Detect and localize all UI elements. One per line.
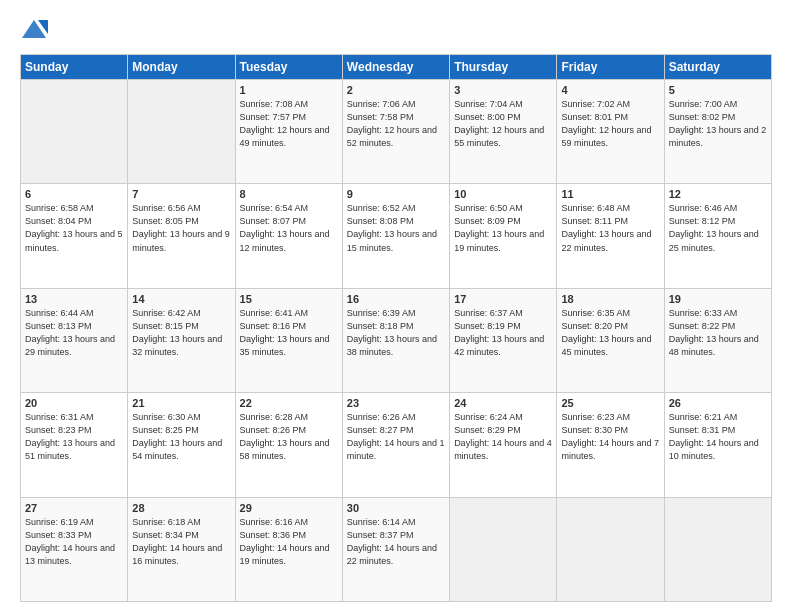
day-number: 13 bbox=[25, 293, 123, 305]
day-number: 7 bbox=[132, 188, 230, 200]
day-number: 4 bbox=[561, 84, 659, 96]
day-info: Sunrise: 6:58 AM Sunset: 8:04 PM Dayligh… bbox=[25, 202, 123, 254]
calendar-day-cell: 2Sunrise: 7:06 AM Sunset: 7:58 PM Daylig… bbox=[342, 80, 449, 184]
day-number: 10 bbox=[454, 188, 552, 200]
day-info: Sunrise: 6:30 AM Sunset: 8:25 PM Dayligh… bbox=[132, 411, 230, 463]
calendar-day-cell: 11Sunrise: 6:48 AM Sunset: 8:11 PM Dayli… bbox=[557, 184, 664, 288]
day-header-friday: Friday bbox=[557, 55, 664, 80]
day-header-monday: Monday bbox=[128, 55, 235, 80]
calendar-day-cell: 23Sunrise: 6:26 AM Sunset: 8:27 PM Dayli… bbox=[342, 393, 449, 497]
day-number: 28 bbox=[132, 502, 230, 514]
calendar-week-row: 6Sunrise: 6:58 AM Sunset: 8:04 PM Daylig… bbox=[21, 184, 772, 288]
day-info: Sunrise: 7:02 AM Sunset: 8:01 PM Dayligh… bbox=[561, 98, 659, 150]
day-info: Sunrise: 6:44 AM Sunset: 8:13 PM Dayligh… bbox=[25, 307, 123, 359]
day-number: 20 bbox=[25, 397, 123, 409]
day-number: 6 bbox=[25, 188, 123, 200]
day-number: 27 bbox=[25, 502, 123, 514]
day-info: Sunrise: 6:31 AM Sunset: 8:23 PM Dayligh… bbox=[25, 411, 123, 463]
logo bbox=[20, 16, 50, 44]
day-header-saturday: Saturday bbox=[664, 55, 771, 80]
calendar-day-cell: 25Sunrise: 6:23 AM Sunset: 8:30 PM Dayli… bbox=[557, 393, 664, 497]
day-info: Sunrise: 6:52 AM Sunset: 8:08 PM Dayligh… bbox=[347, 202, 445, 254]
calendar-week-row: 27Sunrise: 6:19 AM Sunset: 8:33 PM Dayli… bbox=[21, 497, 772, 601]
day-info: Sunrise: 6:26 AM Sunset: 8:27 PM Dayligh… bbox=[347, 411, 445, 463]
day-info: Sunrise: 6:21 AM Sunset: 8:31 PM Dayligh… bbox=[669, 411, 767, 463]
day-number: 21 bbox=[132, 397, 230, 409]
day-number: 9 bbox=[347, 188, 445, 200]
day-number: 29 bbox=[240, 502, 338, 514]
day-number: 19 bbox=[669, 293, 767, 305]
day-info: Sunrise: 6:39 AM Sunset: 8:18 PM Dayligh… bbox=[347, 307, 445, 359]
day-info: Sunrise: 6:33 AM Sunset: 8:22 PM Dayligh… bbox=[669, 307, 767, 359]
calendar-day-cell bbox=[450, 497, 557, 601]
day-info: Sunrise: 6:46 AM Sunset: 8:12 PM Dayligh… bbox=[669, 202, 767, 254]
day-info: Sunrise: 6:16 AM Sunset: 8:36 PM Dayligh… bbox=[240, 516, 338, 568]
day-number: 16 bbox=[347, 293, 445, 305]
calendar-day-cell: 14Sunrise: 6:42 AM Sunset: 8:15 PM Dayli… bbox=[128, 288, 235, 392]
day-number: 11 bbox=[561, 188, 659, 200]
calendar-header-row: SundayMondayTuesdayWednesdayThursdayFrid… bbox=[21, 55, 772, 80]
calendar-day-cell: 27Sunrise: 6:19 AM Sunset: 8:33 PM Dayli… bbox=[21, 497, 128, 601]
day-number: 23 bbox=[347, 397, 445, 409]
calendar-day-cell: 9Sunrise: 6:52 AM Sunset: 8:08 PM Daylig… bbox=[342, 184, 449, 288]
calendar-table: SundayMondayTuesdayWednesdayThursdayFrid… bbox=[20, 54, 772, 602]
calendar-day-cell: 1Sunrise: 7:08 AM Sunset: 7:57 PM Daylig… bbox=[235, 80, 342, 184]
day-number: 22 bbox=[240, 397, 338, 409]
day-info: Sunrise: 7:00 AM Sunset: 8:02 PM Dayligh… bbox=[669, 98, 767, 150]
day-number: 12 bbox=[669, 188, 767, 200]
day-info: Sunrise: 6:14 AM Sunset: 8:37 PM Dayligh… bbox=[347, 516, 445, 568]
calendar-day-cell: 5Sunrise: 7:00 AM Sunset: 8:02 PM Daylig… bbox=[664, 80, 771, 184]
day-info: Sunrise: 6:24 AM Sunset: 8:29 PM Dayligh… bbox=[454, 411, 552, 463]
day-info: Sunrise: 6:50 AM Sunset: 8:09 PM Dayligh… bbox=[454, 202, 552, 254]
calendar-day-cell: 18Sunrise: 6:35 AM Sunset: 8:20 PM Dayli… bbox=[557, 288, 664, 392]
day-number: 15 bbox=[240, 293, 338, 305]
calendar-week-row: 20Sunrise: 6:31 AM Sunset: 8:23 PM Dayli… bbox=[21, 393, 772, 497]
calendar-day-cell: 7Sunrise: 6:56 AM Sunset: 8:05 PM Daylig… bbox=[128, 184, 235, 288]
day-info: Sunrise: 6:41 AM Sunset: 8:16 PM Dayligh… bbox=[240, 307, 338, 359]
day-info: Sunrise: 6:18 AM Sunset: 8:34 PM Dayligh… bbox=[132, 516, 230, 568]
day-number: 26 bbox=[669, 397, 767, 409]
calendar-day-cell: 17Sunrise: 6:37 AM Sunset: 8:19 PM Dayli… bbox=[450, 288, 557, 392]
day-header-tuesday: Tuesday bbox=[235, 55, 342, 80]
calendar-day-cell: 13Sunrise: 6:44 AM Sunset: 8:13 PM Dayli… bbox=[21, 288, 128, 392]
day-info: Sunrise: 6:23 AM Sunset: 8:30 PM Dayligh… bbox=[561, 411, 659, 463]
calendar-day-cell: 24Sunrise: 6:24 AM Sunset: 8:29 PM Dayli… bbox=[450, 393, 557, 497]
calendar-day-cell: 20Sunrise: 6:31 AM Sunset: 8:23 PM Dayli… bbox=[21, 393, 128, 497]
day-info: Sunrise: 6:48 AM Sunset: 8:11 PM Dayligh… bbox=[561, 202, 659, 254]
day-info: Sunrise: 6:19 AM Sunset: 8:33 PM Dayligh… bbox=[25, 516, 123, 568]
calendar-day-cell: 16Sunrise: 6:39 AM Sunset: 8:18 PM Dayli… bbox=[342, 288, 449, 392]
day-info: Sunrise: 7:08 AM Sunset: 7:57 PM Dayligh… bbox=[240, 98, 338, 150]
calendar-day-cell: 22Sunrise: 6:28 AM Sunset: 8:26 PM Dayli… bbox=[235, 393, 342, 497]
day-info: Sunrise: 6:54 AM Sunset: 8:07 PM Dayligh… bbox=[240, 202, 338, 254]
day-info: Sunrise: 6:35 AM Sunset: 8:20 PM Dayligh… bbox=[561, 307, 659, 359]
calendar-day-cell bbox=[664, 497, 771, 601]
day-number: 17 bbox=[454, 293, 552, 305]
calendar-day-cell: 3Sunrise: 7:04 AM Sunset: 8:00 PM Daylig… bbox=[450, 80, 557, 184]
calendar-day-cell: 4Sunrise: 7:02 AM Sunset: 8:01 PM Daylig… bbox=[557, 80, 664, 184]
calendar-day-cell: 28Sunrise: 6:18 AM Sunset: 8:34 PM Dayli… bbox=[128, 497, 235, 601]
day-info: Sunrise: 6:37 AM Sunset: 8:19 PM Dayligh… bbox=[454, 307, 552, 359]
day-number: 18 bbox=[561, 293, 659, 305]
calendar-day-cell: 6Sunrise: 6:58 AM Sunset: 8:04 PM Daylig… bbox=[21, 184, 128, 288]
day-number: 2 bbox=[347, 84, 445, 96]
calendar-week-row: 13Sunrise: 6:44 AM Sunset: 8:13 PM Dayli… bbox=[21, 288, 772, 392]
day-header-thursday: Thursday bbox=[450, 55, 557, 80]
calendar-day-cell: 26Sunrise: 6:21 AM Sunset: 8:31 PM Dayli… bbox=[664, 393, 771, 497]
calendar-day-cell: 29Sunrise: 6:16 AM Sunset: 8:36 PM Dayli… bbox=[235, 497, 342, 601]
page-header bbox=[20, 16, 772, 44]
day-number: 1 bbox=[240, 84, 338, 96]
day-number: 30 bbox=[347, 502, 445, 514]
calendar-day-cell: 12Sunrise: 6:46 AM Sunset: 8:12 PM Dayli… bbox=[664, 184, 771, 288]
day-info: Sunrise: 6:28 AM Sunset: 8:26 PM Dayligh… bbox=[240, 411, 338, 463]
day-header-sunday: Sunday bbox=[21, 55, 128, 80]
calendar-day-cell: 15Sunrise: 6:41 AM Sunset: 8:16 PM Dayli… bbox=[235, 288, 342, 392]
calendar-day-cell bbox=[557, 497, 664, 601]
calendar-day-cell bbox=[21, 80, 128, 184]
day-number: 24 bbox=[454, 397, 552, 409]
day-info: Sunrise: 6:56 AM Sunset: 8:05 PM Dayligh… bbox=[132, 202, 230, 254]
calendar-day-cell: 8Sunrise: 6:54 AM Sunset: 8:07 PM Daylig… bbox=[235, 184, 342, 288]
calendar-week-row: 1Sunrise: 7:08 AM Sunset: 7:57 PM Daylig… bbox=[21, 80, 772, 184]
calendar-day-cell: 30Sunrise: 6:14 AM Sunset: 8:37 PM Dayli… bbox=[342, 497, 449, 601]
day-number: 3 bbox=[454, 84, 552, 96]
day-header-wednesday: Wednesday bbox=[342, 55, 449, 80]
